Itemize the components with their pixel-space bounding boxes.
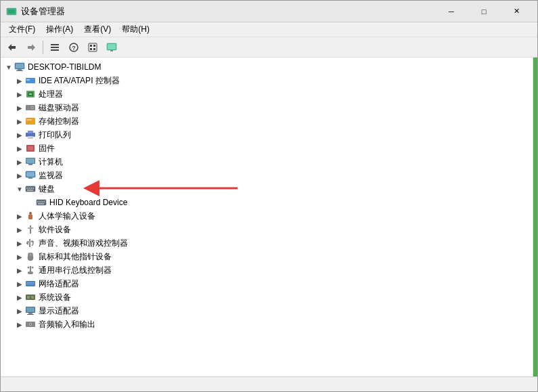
svg-rect-69 — [27, 296, 30, 299]
svg-rect-52 — [43, 201, 45, 202]
print-expand-icon[interactable]: ▶ — [14, 129, 25, 140]
tree-item-firm[interactable]: ▶ 固件 — [1, 141, 533, 155]
mouse-expand-icon[interactable]: ▶ — [14, 251, 25, 262]
tree-item-net[interactable]: ▶ 网络适配器 — [1, 277, 533, 290]
tree-item-kbd[interactable]: ▼ 键盘 — [1, 182, 533, 196]
tree-item-print[interactable]: ▶ 打印队列 — [1, 128, 533, 141]
toolbar: ? — [1, 37, 537, 58]
human-expand-icon[interactable]: ▶ — [14, 211, 25, 221]
storage-label: 存储控制器 — [39, 116, 79, 127]
svg-rect-20 — [16, 70, 23, 71]
back-button[interactable] — [3, 39, 21, 56]
tree-root[interactable]: ▼ DESKTOP-TIBILDM — [1, 60, 533, 74]
sound-expand-icon[interactable]: ▶ — [14, 319, 25, 330]
root-expand-icon[interactable]: ▼ — [3, 62, 14, 72]
disk-expand-icon[interactable]: ▶ — [14, 102, 25, 113]
tree-item-hid-kbd[interactable]: HID Keyboard Device — [1, 196, 533, 209]
net-label: 网络适配器 — [39, 278, 79, 290]
cpu-label: 处理器 — [39, 89, 63, 100]
net-expand-icon[interactable]: ▶ — [14, 278, 25, 289]
tree-item-storage[interactable]: ▶ 存储控制器 — [1, 114, 533, 128]
root-icon — [14, 62, 25, 72]
storage-expand-icon[interactable]: ▶ — [14, 116, 25, 127]
svg-rect-55 — [28, 215, 32, 219]
ide-icon — [25, 75, 36, 86]
kbd-expand-icon[interactable]: ▼ — [14, 183, 25, 194]
hid-kbd-label: HID Keyboard Device — [49, 198, 127, 207]
svg-rect-73 — [28, 313, 32, 314]
title-icon — [6, 6, 17, 17]
comp-icon — [25, 156, 36, 167]
toolbar-monitor-btn[interactable] — [103, 39, 120, 56]
software-icon — [25, 224, 36, 235]
sys-icon — [25, 292, 36, 303]
forward-button[interactable] — [22, 39, 40, 56]
svg-rect-74 — [27, 314, 34, 315]
tree-item-audio[interactable]: ▶ 声音、视频和游戏控制器 — [1, 236, 533, 250]
root-label: DESKTOP-TIBILDM — [28, 62, 101, 72]
menu-bar: 文件(F) 操作(A) 查看(V) 帮助(H) — [1, 22, 537, 37]
audio-expand-icon[interactable]: ▶ — [14, 238, 25, 248]
disk-icon — [25, 102, 36, 113]
menu-action[interactable]: 操作(A) — [41, 22, 79, 37]
toolbar-btn5[interactable] — [84, 39, 102, 56]
tree-item-cpu[interactable]: ▶ 处理器 — [1, 87, 533, 101]
firm-expand-icon[interactable]: ▶ — [14, 143, 25, 154]
storage-icon — [25, 116, 36, 127]
tree-item-mouse[interactable]: ▶ 鼠标和其他指针设备 — [1, 250, 533, 263]
tree-item-comp[interactable]: ▶ 计算机 — [1, 155, 533, 169]
firm-icon — [25, 143, 36, 154]
status-bar — [1, 376, 537, 391]
maximize-button[interactable]: □ — [468, 1, 499, 22]
toolbar-help-btn[interactable]: ? — [65, 39, 83, 56]
software-expand-icon[interactable]: ▶ — [14, 224, 25, 235]
svg-rect-53 — [38, 203, 44, 204]
svg-rect-44 — [28, 188, 30, 189]
tree-item-sound[interactable]: ▶ 音频输入和输出 — [1, 318, 533, 331]
ide-expand-icon[interactable]: ▶ — [14, 75, 25, 86]
tree-item-software[interactable]: ▶ 软件设备 — [1, 223, 533, 236]
menu-help[interactable]: 帮助(H) — [116, 22, 155, 37]
tree-item-sys[interactable]: ▶ 系统设备 — [1, 290, 533, 304]
software-label: 软件设备 — [39, 224, 71, 236]
svg-rect-49 — [37, 201, 39, 202]
sound-icon — [25, 319, 36, 330]
mon-icon — [25, 170, 36, 181]
comp-expand-icon[interactable]: ▶ — [14, 156, 25, 167]
svg-point-63 — [32, 267, 34, 269]
svg-rect-50 — [39, 201, 41, 202]
tree-item-com[interactable]: ▶ 通用串行总线控制器 — [1, 263, 533, 277]
svg-rect-16 — [110, 50, 113, 51]
kbd-icon — [25, 183, 36, 194]
svg-rect-57 — [28, 227, 33, 229]
menu-file[interactable]: 文件(F) — [3, 22, 41, 37]
svg-rect-22 — [26, 79, 30, 81]
close-button[interactable]: ✕ — [501, 1, 532, 22]
svg-rect-72 — [26, 307, 35, 312]
device-tree[interactable]: ▼ DESKTOP-TIBILDM ▶ IDE — [1, 58, 533, 376]
com-icon — [25, 265, 36, 276]
svg-rect-33 — [28, 136, 33, 139]
svg-rect-45 — [30, 188, 32, 189]
disp-label: 显示适配器 — [39, 305, 79, 317]
tree-item-mon[interactable]: ▶ 监视器 — [1, 169, 533, 182]
human-label: 人体学输入设备 — [39, 211, 95, 222]
tree-item-ide[interactable]: ▶ IDE ATA/ATAPI 控制器 — [1, 74, 533, 87]
toolbar-btn3[interactable] — [46, 39, 64, 56]
kbd-label: 键盘 — [39, 183, 55, 195]
mon-label: 监视器 — [39, 170, 63, 181]
svg-rect-64 — [28, 271, 33, 274]
tree-item-disp[interactable]: ▶ 显示适配器 — [1, 304, 533, 318]
ide-label: IDE ATA/ATAPI 控制器 — [39, 75, 120, 87]
mon-expand-icon[interactable]: ▶ — [14, 170, 25, 181]
tree-item-disk[interactable]: ▶ 磁盘驱动器 — [1, 101, 533, 114]
menu-view[interactable]: 查看(V) — [79, 22, 116, 37]
sys-expand-icon[interactable]: ▶ — [14, 292, 25, 303]
minimize-button[interactable]: ─ — [436, 1, 467, 22]
cpu-expand-icon[interactable]: ▶ — [14, 89, 25, 100]
mouse-label: 鼠标和其他指针设备 — [39, 251, 112, 263]
tree-item-human[interactable]: ▶ 人体学输入设备 — [1, 209, 533, 223]
com-expand-icon[interactable]: ▶ — [14, 265, 25, 276]
window-title: 设备管理器 — [21, 5, 436, 18]
disp-expand-icon[interactable]: ▶ — [14, 305, 25, 316]
